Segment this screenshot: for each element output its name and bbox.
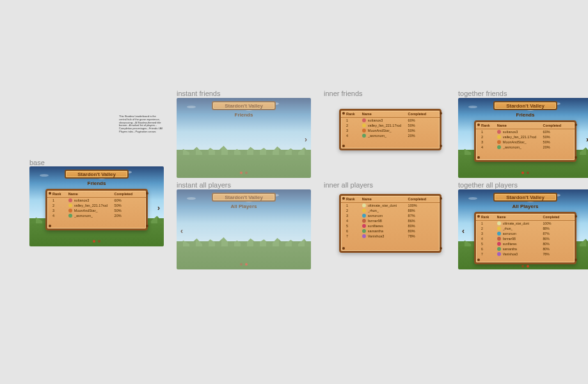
table-row: 4farmer9886% bbox=[341, 218, 440, 223]
cell-completed: 78% bbox=[543, 252, 569, 256]
cell-completed: 100% bbox=[408, 204, 434, 207]
label-instant-all: instant all players bbox=[177, 181, 231, 189]
nav-left[interactable]: ‹ bbox=[180, 227, 183, 236]
cell-name: MoonAndStar_ bbox=[68, 209, 115, 212]
nav-right[interactable]: › bbox=[157, 204, 160, 212]
col-rank: Rank bbox=[52, 192, 68, 196]
player-name: sultanos3 bbox=[503, 130, 518, 134]
cell-rank: 4 bbox=[346, 219, 362, 223]
board-rows: 1sultanos360%2valley_fan_221.17rod50%3Mo… bbox=[47, 198, 146, 218]
board-rows: 1ultimate_star_dont100%2_rhon_88%3asrron… bbox=[476, 221, 575, 257]
cell-name: _asrronom_ bbox=[68, 214, 115, 218]
table-row: 6samantha80% bbox=[341, 228, 440, 234]
cell-completed: 20% bbox=[543, 145, 569, 149]
dot-2[interactable] bbox=[527, 265, 529, 268]
board-header: Rank Name Completed bbox=[476, 214, 575, 221]
cell-rank: 4 bbox=[481, 145, 497, 149]
cell-completed: 86% bbox=[543, 237, 569, 241]
cell-completed: 50% bbox=[115, 209, 141, 212]
table-row: 1sultanos360% bbox=[476, 129, 575, 134]
subtitle-all: All Players bbox=[458, 204, 588, 209]
subtitle-friends: Friends bbox=[177, 112, 311, 118]
cell-completed: 50% bbox=[543, 135, 569, 139]
cell-name: _asrronom_ bbox=[362, 134, 408, 138]
dot-2[interactable] bbox=[98, 240, 100, 243]
cell-completed: 80% bbox=[408, 224, 434, 228]
col-name: Name bbox=[362, 197, 408, 201]
cell-completed: 50% bbox=[408, 124, 434, 127]
label-base: base bbox=[29, 159, 45, 166]
cell-rank: 4 bbox=[346, 134, 362, 138]
col-completed: Completed bbox=[408, 197, 434, 201]
card-instant-all: Stardon't Valley All Players ‹ bbox=[177, 189, 311, 269]
table-row: 2valley_fan_221.17rod50% bbox=[341, 123, 440, 128]
player-name: Vanishoa3 bbox=[368, 234, 385, 238]
leaderboard-panel: Rank Name Completed 1ultimate_star_dont1… bbox=[339, 194, 441, 253]
player-name: sultanos3 bbox=[74, 198, 90, 202]
table-row: 4_asrronom_20% bbox=[47, 213, 146, 218]
title-plate: Stardon't Valley bbox=[212, 193, 276, 202]
cell-name: _asrronom_ bbox=[497, 145, 543, 149]
table-row: 3MoonAndStar_50% bbox=[476, 140, 575, 145]
nav-left[interactable]: ‹ bbox=[462, 227, 465, 236]
player-name: farmer98 bbox=[503, 237, 516, 241]
cell-completed: 87% bbox=[543, 232, 569, 236]
cell-rank: 2 bbox=[481, 135, 497, 139]
dot-2[interactable] bbox=[245, 172, 248, 174]
dot-1[interactable] bbox=[240, 263, 242, 266]
avatar bbox=[362, 134, 366, 138]
avatar bbox=[362, 118, 366, 122]
subtitle-friends: Friends bbox=[458, 112, 588, 118]
player-name: _asrronom_ bbox=[74, 214, 93, 218]
avatar bbox=[497, 135, 501, 139]
avatar bbox=[362, 234, 366, 238]
player-name: asrronom bbox=[503, 232, 516, 236]
cell-name: _rhon_ bbox=[362, 209, 408, 212]
dot-2[interactable] bbox=[527, 172, 529, 174]
pagination-dots bbox=[240, 172, 248, 174]
table-row: 2_rhon_88% bbox=[476, 226, 575, 231]
player-name: farmer98 bbox=[368, 219, 382, 223]
table-row: 7Vanishoa378% bbox=[476, 252, 575, 257]
player-name: MoonAndStar_ bbox=[503, 140, 527, 144]
nav-right[interactable]: › bbox=[305, 135, 307, 144]
title-plate: Stardon't Valley bbox=[493, 193, 557, 202]
avatar bbox=[497, 221, 501, 225]
table-row: 3asrronom87% bbox=[341, 213, 440, 218]
col-completed: Completed bbox=[115, 192, 141, 196]
dot-2[interactable] bbox=[245, 263, 248, 266]
cell-completed: 86% bbox=[408, 219, 434, 223]
cell-rank: 4 bbox=[481, 237, 497, 241]
board-rows: 1ultimate_star_dont100%2_rhon_88%3asrron… bbox=[341, 203, 440, 239]
dot-1[interactable] bbox=[240, 172, 242, 174]
col-completed: Completed bbox=[543, 215, 569, 219]
cell-rank: 5 bbox=[481, 242, 497, 246]
cell-rank: 7 bbox=[481, 252, 497, 256]
dot-1[interactable] bbox=[521, 265, 524, 268]
cell-completed: 80% bbox=[543, 242, 569, 246]
avatar bbox=[362, 219, 366, 223]
cell-rank: 7 bbox=[346, 234, 362, 238]
cell-name: _rhon_ bbox=[497, 227, 543, 230]
table-row: 3asrronom87% bbox=[476, 231, 575, 236]
label-instant-friends: instant friends bbox=[177, 90, 220, 97]
cell-rank: 1 bbox=[52, 198, 68, 202]
cell-rank: 2 bbox=[481, 227, 497, 230]
cell-completed: 50% bbox=[543, 140, 569, 144]
subtitle-friends: Friends bbox=[29, 180, 164, 186]
player-name: _rhon_ bbox=[503, 227, 513, 230]
dot-1[interactable] bbox=[93, 240, 95, 243]
label-together-friends: together friends bbox=[458, 90, 507, 97]
col-rank: Rank bbox=[481, 124, 497, 127]
cell-name: farmer98 bbox=[497, 237, 543, 241]
title-plate: Stardon't Valley bbox=[493, 101, 557, 110]
cell-completed: 20% bbox=[408, 134, 434, 138]
player-name: MoonAndStar_ bbox=[368, 129, 392, 132]
cell-rank: 2 bbox=[346, 124, 362, 127]
dot-1[interactable] bbox=[521, 172, 524, 174]
cell-rank: 1 bbox=[346, 204, 362, 207]
cell-completed: 80% bbox=[408, 229, 434, 233]
cell-completed: 50% bbox=[408, 129, 434, 132]
player-name: _asrronom_ bbox=[503, 145, 521, 149]
cell-rank: 2 bbox=[346, 209, 362, 212]
